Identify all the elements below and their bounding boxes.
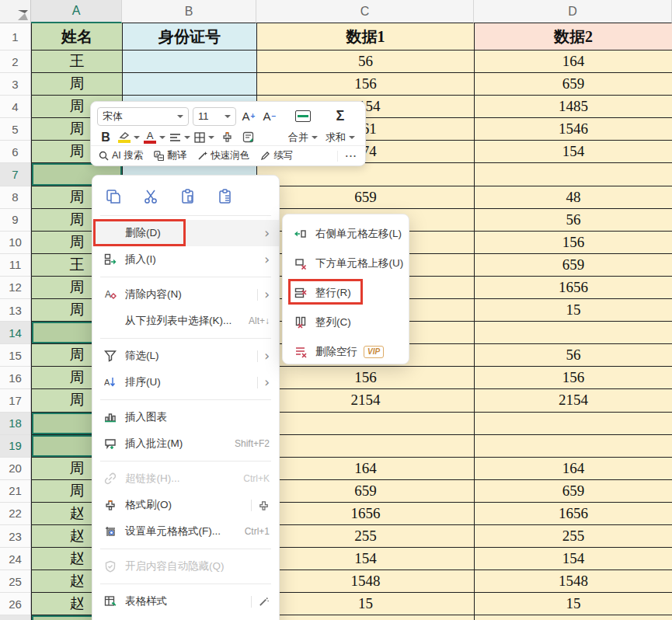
ai-search-button[interactable]: AI 搜索 <box>99 149 143 162</box>
cell[interactable] <box>257 163 475 186</box>
cell[interactable]: 154 <box>475 141 672 163</box>
increase-font-size-button[interactable]: A+ <box>240 107 257 126</box>
row-header-18[interactable]: 18 <box>0 413 31 435</box>
row-header-10[interactable]: 10 <box>0 232 31 254</box>
autosum-button[interactable]: Σ <box>332 107 349 126</box>
cell[interactable]: 659 <box>475 254 672 277</box>
cell[interactable]: 659 <box>257 186 475 209</box>
table-header-cell[interactable]: 数据1 <box>257 23 475 51</box>
menu-item-format-painter[interactable]: 格式刷(O) <box>92 492 279 518</box>
menu-item-pick-from-dropdown[interactable]: 从下拉列表中选择(K)... Alt+↓ <box>92 308 279 334</box>
menu-item-insert[interactable]: 插入(I) › <box>92 246 279 273</box>
cell[interactable]: 156 <box>257 367 475 389</box>
borders-button[interactable] <box>194 128 214 147</box>
row-header-4[interactable]: 4 <box>0 96 31 118</box>
bold-button[interactable]: B <box>97 128 114 147</box>
cell[interactable]: 56 <box>475 209 672 232</box>
more-options-button[interactable]: ··· <box>337 151 358 162</box>
submenu-item-delete-blank-rows[interactable]: 删除空行 VIP <box>283 337 409 367</box>
cell[interactable]: 2154 <box>257 389 475 412</box>
cell[interactable]: 15 <box>475 593 672 615</box>
cell[interactable] <box>475 435 672 458</box>
row-header-15[interactable]: 15 <box>0 344 31 367</box>
sum-dropdown[interactable]: 求和 <box>326 131 355 145</box>
cell[interactable]: 1485 <box>475 96 672 118</box>
cell[interactable]: 1656 <box>257 503 475 525</box>
table-header-cell[interactable]: 姓名 <box>32 23 123 51</box>
cell[interactable]: 255 <box>475 525 672 548</box>
decrease-font-size-button[interactable]: A− <box>261 107 278 126</box>
cell[interactable] <box>123 73 257 96</box>
highlight-color-button[interactable] <box>118 128 140 147</box>
row-header-5[interactable]: 5 <box>0 118 31 141</box>
table-header-cell[interactable]: 身份证号 <box>123 23 257 51</box>
cell[interactable] <box>475 413 672 435</box>
format-painter-button[interactable] <box>218 128 235 147</box>
row-header-19[interactable]: 19 <box>0 435 31 458</box>
font-name-select[interactable]: 宋体 <box>97 107 189 126</box>
row-header-27[interactable]: 27 <box>0 615 31 620</box>
row-header-20[interactable]: 20 <box>0 458 31 480</box>
cell[interactable] <box>257 435 475 458</box>
column-header-b[interactable]: B <box>122 0 256 23</box>
menu-item-more-table-features[interactable]: 更多表格功能 › <box>92 615 279 620</box>
cell[interactable]: 659 <box>475 480 672 503</box>
cut-button[interactable] <box>141 186 161 207</box>
cell[interactable]: 164 <box>475 458 672 480</box>
cell[interactable]: 周 <box>32 73 123 96</box>
continue-writing-button[interactable]: 续写 <box>260 149 293 162</box>
copy-button[interactable] <box>103 186 124 207</box>
cell[interactable]: 156 <box>257 73 475 96</box>
cell[interactable]: 2154 <box>475 389 672 412</box>
cell[interactable]: 1656 <box>475 277 672 299</box>
row-header-26[interactable]: 26 <box>0 593 31 615</box>
cell[interactable]: 1548 <box>257 570 475 593</box>
row-header-2[interactable]: 2 <box>0 51 31 73</box>
row-header-13[interactable]: 13 <box>0 299 31 322</box>
cell[interactable]: 15 <box>475 299 672 322</box>
cell[interactable] <box>123 51 257 73</box>
cell[interactable]: 156 <box>475 367 672 389</box>
cell[interactable]: 156 <box>475 232 672 254</box>
row-header-21[interactable]: 21 <box>0 480 31 503</box>
cell[interactable]: 1546 <box>475 118 672 141</box>
row-header-3[interactable]: 3 <box>0 73 31 96</box>
menu-item-insert-comment[interactable]: 插入批注(M) Shift+F2 <box>92 430 279 457</box>
cell[interactable]: 56 <box>257 51 475 73</box>
font-color-button[interactable]: A <box>144 128 165 147</box>
row-header-8[interactable]: 8 <box>0 186 31 209</box>
row-header-12[interactable]: 12 <box>0 277 31 299</box>
cell[interactable] <box>475 163 672 186</box>
row-header-7[interactable]: 7 <box>0 163 31 186</box>
row-header-6[interactable]: 6 <box>0 141 31 163</box>
cell[interactable]: 王 <box>32 51 123 73</box>
alignment-button[interactable] <box>169 128 190 147</box>
cell[interactable]: 164 <box>257 458 475 480</box>
menu-item-format-cells[interactable]: 设置单元格格式(F)... Ctrl+1 <box>92 518 279 545</box>
font-size-select[interactable]: 11 <box>193 107 236 126</box>
menu-item-table-style[interactable]: 表格样式 <box>92 588 279 615</box>
row-header-24[interactable]: 24 <box>0 548 31 570</box>
select-all-corner[interactable] <box>0 0 31 23</box>
cell[interactable] <box>475 615 672 620</box>
format-doc-button[interactable] <box>239 128 256 147</box>
cell[interactable]: 659 <box>475 73 672 96</box>
cell[interactable]: 1656 <box>475 503 672 525</box>
menu-item-sort[interactable]: A 排序(U) › <box>92 369 279 395</box>
cell[interactable]: 15 <box>257 593 475 615</box>
cell[interactable]: 56 <box>475 344 672 367</box>
menu-item-filter[interactable]: 筛选(L) › <box>92 343 279 369</box>
menu-item-insert-chart[interactable]: 插入图表 <box>92 404 279 430</box>
row-header-17[interactable]: 17 <box>0 389 31 412</box>
row-header-9[interactable]: 9 <box>0 209 31 232</box>
column-header-d[interactable]: D <box>474 0 672 23</box>
column-header-a[interactable]: A <box>31 0 122 23</box>
row-header-1[interactable]: 1 <box>0 23 31 51</box>
cell[interactable] <box>257 615 475 620</box>
cell[interactable]: 659 <box>257 480 475 503</box>
row-header-25[interactable]: 25 <box>0 570 31 593</box>
cell[interactable]: 48 <box>475 186 672 209</box>
submenu-item-entire-column[interactable]: 整列(C) <box>283 308 409 337</box>
paste-button[interactable] <box>178 186 198 207</box>
quick-polish-button[interactable]: 快速润色 <box>197 149 249 162</box>
